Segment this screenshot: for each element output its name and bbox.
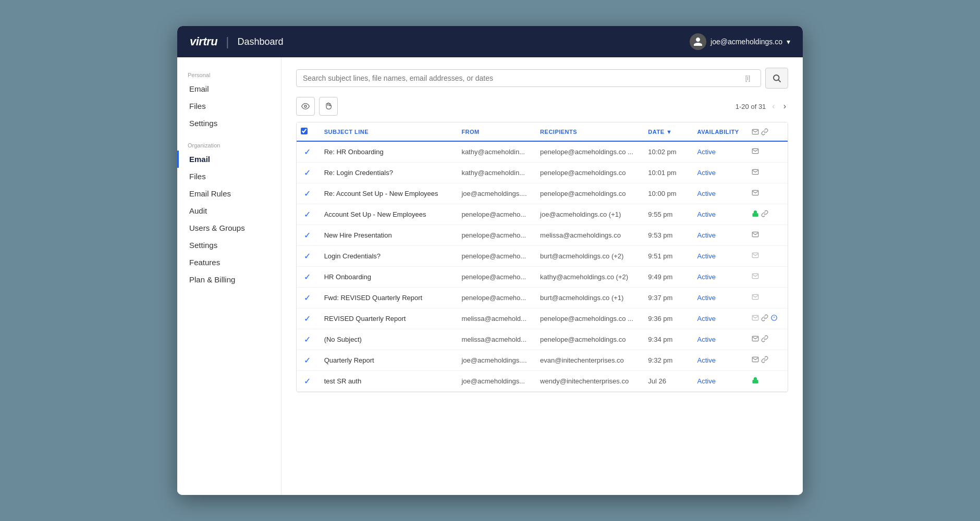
row-from: penelope@acmeho... <box>455 267 534 288</box>
header-title: Dashboard <box>237 36 283 47</box>
header-date[interactable]: DATE ▼ <box>642 122 691 141</box>
row-subject[interactable]: Re: HR Onboarding <box>318 141 456 163</box>
row-from: kathy@acmeholdin... <box>455 163 534 183</box>
link-icon <box>761 335 768 344</box>
sidebar-item-plan-billing[interactable]: Plan & Billing <box>177 271 281 288</box>
row-subject[interactable]: REVISED Quarterly Report <box>318 308 456 329</box>
sidebar-item-email-org[interactable]: Email <box>177 151 281 168</box>
row-icons <box>745 308 788 329</box>
row-subject[interactable]: Re: Login Credentials? <box>318 163 456 183</box>
header-recipients[interactable]: RECIPIENTS <box>534 122 642 141</box>
row-checkbox[interactable]: ✓ <box>304 377 311 386</box>
header-icons <box>745 122 788 141</box>
sidebar-item-files-org[interactable]: Files <box>177 168 281 185</box>
content-area: [i] 1-20 of 31 ‹ <box>281 57 803 495</box>
search-button[interactable] <box>765 68 788 89</box>
eye-button[interactable] <box>296 97 315 116</box>
user-menu[interactable]: joe@acmeholdings.co ▾ <box>690 33 790 50</box>
sidebar-item-settings-personal[interactable]: Settings <box>177 115 281 132</box>
row-checkbox[interactable]: ✓ <box>304 293 311 302</box>
row-checkbox[interactable]: ✓ <box>304 147 311 156</box>
row-recipients: penelope@acmeholdings.co <box>534 183 642 204</box>
sidebar-item-users-groups[interactable]: Users & Groups <box>177 219 281 237</box>
search-input[interactable] <box>303 74 745 82</box>
header-availability[interactable]: AVAILABILITY <box>691 122 745 141</box>
row-checkbox[interactable]: ✓ <box>304 335 311 344</box>
row-checkbox[interactable]: ✓ <box>304 272 311 281</box>
row-checkbox[interactable]: ✓ <box>304 210 311 219</box>
header-left: virtru | Dashboard <box>190 34 284 49</box>
row-date: 9:37 pm <box>642 288 691 308</box>
user-dropdown-icon: ▾ <box>787 38 790 46</box>
row-icons <box>745 350 788 371</box>
mail-outline-icon <box>752 252 759 260</box>
svg-point-2 <box>304 105 307 107</box>
row-checkbox[interactable]: ✓ <box>304 252 311 260</box>
sidebar-item-settings-org[interactable]: Settings <box>177 237 281 254</box>
header-from[interactable]: FROM <box>455 122 534 141</box>
search-bracket: [i] <box>745 75 750 82</box>
row-subject[interactable]: HR Onboarding <box>318 267 456 288</box>
row-checkbox[interactable]: ✓ <box>304 231 311 240</box>
search-input-wrapper[interactable]: [i] <box>296 69 761 87</box>
mail-icon <box>752 168 759 177</box>
row-icons <box>745 141 788 163</box>
row-from: melissa@acmehold... <box>455 308 534 329</box>
next-page-button[interactable]: › <box>781 101 788 112</box>
table-row: ✓REVISED Quarterly Reportmelissa@acmehol… <box>297 308 788 329</box>
personal-section-label: Personal <box>177 68 281 80</box>
row-availability: Active <box>691 163 745 183</box>
row-date: Jul 26 <box>642 371 691 392</box>
row-from: penelope@acmeho... <box>455 288 534 308</box>
row-from: melissa@acmehold... <box>455 329 534 350</box>
table-row: ✓Login Credentials?penelope@acmeho...bur… <box>297 246 788 267</box>
row-checkbox[interactable]: ✓ <box>304 314 311 323</box>
svg-line-1 <box>778 80 780 82</box>
row-availability: Active <box>691 308 745 329</box>
row-subject[interactable]: Login Credentials? <box>318 246 456 267</box>
row-subject[interactable]: New Hire Presentation <box>318 225 456 246</box>
row-subject[interactable]: Fwd: REVISED Quarterly Report <box>318 288 456 308</box>
sidebar-item-features[interactable]: Features <box>177 254 281 271</box>
row-icons <box>745 204 788 225</box>
toolbar: 1-20 of 31 ‹ › <box>296 97 788 116</box>
hand-button[interactable] <box>319 97 338 116</box>
header-checkbox-col <box>297 122 318 141</box>
row-availability: Active <box>691 141 745 163</box>
row-subject[interactable]: Account Set Up - New Employees <box>318 204 456 225</box>
row-icons <box>745 163 788 183</box>
table-row: ✓Account Set Up - New Employeespenelope@… <box>297 204 788 225</box>
row-recipients: burt@acmeholdings.co (+2) <box>534 246 642 267</box>
row-checkbox[interactable]: ✓ <box>304 168 311 177</box>
sidebar-item-audit[interactable]: Audit <box>177 202 281 219</box>
svg-rect-3 <box>752 213 758 216</box>
row-recipients: penelope@acmeholdings.co ... <box>534 141 642 163</box>
row-subject[interactable]: Re: Account Set Up - New Employees <box>318 183 456 204</box>
row-date: 10:02 pm <box>642 141 691 163</box>
select-all-checkbox[interactable] <box>301 128 308 134</box>
svg-point-0 <box>774 75 779 81</box>
row-recipients: penelope@acmeholdings.co ... <box>534 308 642 329</box>
lock-green-icon <box>752 377 759 386</box>
org-section-label: Organization <box>177 138 281 151</box>
row-icons <box>745 267 788 288</box>
header-subject[interactable]: SUBJECT LINE <box>318 122 456 141</box>
row-from: penelope@acmeho... <box>455 225 534 246</box>
row-date: 9:51 pm <box>642 246 691 267</box>
table-row: ✓Quarterly Reportjoe@acmeholdings....eva… <box>297 350 788 371</box>
row-subject[interactable]: test SR auth <box>318 371 456 392</box>
prev-page-button[interactable]: ‹ <box>770 101 777 112</box>
table-row: ✓Re: HR Onboardingkathy@acmeholdin...pen… <box>297 141 788 163</box>
row-subject[interactable]: (No Subject) <box>318 329 456 350</box>
sidebar-item-email-personal[interactable]: Email <box>177 80 281 97</box>
sidebar-item-email-rules[interactable]: Email Rules <box>177 185 281 202</box>
row-availability: Active <box>691 246 745 267</box>
sidebar: Personal Email Files Settings Organizati… <box>177 57 281 495</box>
row-checkbox[interactable]: ✓ <box>304 189 311 198</box>
row-subject[interactable]: Quarterly Report <box>318 350 456 371</box>
row-from: joe@acmeholdings.... <box>455 183 534 204</box>
sidebar-item-files-personal[interactable]: Files <box>177 97 281 115</box>
row-date: 9:49 pm <box>642 267 691 288</box>
row-checkbox[interactable]: ✓ <box>304 356 311 365</box>
mail-outline-icon <box>752 272 759 281</box>
